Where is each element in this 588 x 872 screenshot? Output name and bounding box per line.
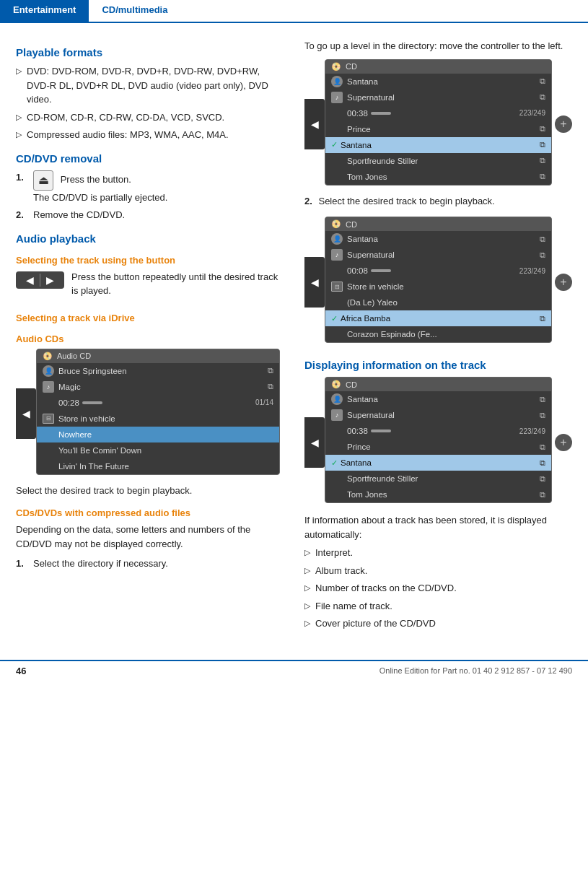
row-text: Nowhere — [43, 430, 273, 439]
copy-icon: ⧉ — [540, 156, 545, 165]
screen-rows: 👤 Bruce Springsteen ⧉ ♪ Magic ⧉ 00:28 — [37, 363, 279, 474]
person-icon: 👤 — [331, 393, 343, 405]
list-item: ▷ Cover picture of the CD/DVD — [304, 616, 572, 631]
music-icon: ♪ — [331, 409, 343, 421]
screen-row: Sportfreunde Stiller ⧉ — [325, 471, 551, 487]
list-item: ▷ File name of track. — [304, 599, 572, 614]
row-text: Corazon Espinado (Fe... — [331, 330, 545, 339]
store-icon: ⊟ — [331, 282, 343, 292]
screen-row: ♪ Supernatural ⧉ — [325, 90, 551, 105]
tab-cd-multimedia[interactable]: CD/multimedia — [89, 0, 180, 22]
nav-left-arrow[interactable]: ◀ — [304, 99, 325, 149]
eject-button-icon: ⏏ — [33, 170, 53, 191]
directory-steps: 1. Select the directory if necessary. — [16, 557, 283, 571]
list-item: 2. Remove the CD/DVD. — [16, 208, 283, 222]
track-count: 223/249 — [519, 267, 545, 275]
screen-title: Audio CD — [57, 352, 91, 360]
step-num: 2. — [304, 196, 312, 206]
track-button-section: ◀ ▶ Press the button repeatedly until th… — [16, 270, 283, 302]
main-content: Playable formats ▷ DVD: DVD-ROM, DVD-R, … — [0, 23, 588, 645]
screen4: 📀 CD 👤 Santana ⧉ ♪ Supernatural ⧉ — [325, 377, 552, 507]
list-item: 1. ⏏ Press the button. The CD/DVD is par… — [16, 170, 283, 205]
screen-row: ♪ Magic ⧉ — [37, 379, 279, 395]
info-bullets-list: ▷ Interpret. ▷ Album track. ▷ Number of … — [304, 546, 572, 631]
screen3: 📀 CD 👤 Santana ⧉ ♪ Supernatural ⧉ — [325, 217, 552, 347]
copy-icon: ⧉ — [540, 395, 545, 404]
screen-row: 👤 Santana ⧉ — [325, 74, 551, 90]
row-text: Prince — [331, 442, 535, 451]
copy-icon: ⧉ — [540, 250, 545, 260]
screen-title: CD — [346, 220, 357, 229]
bullet-text: File name of track. — [315, 599, 392, 614]
if-info-text: If information about a track has been st… — [304, 513, 572, 541]
screen-row: Prince ⧉ — [325, 439, 551, 455]
plus-button[interactable]: + — [555, 434, 572, 451]
list-item: ▷ Compressed audio files: MP3, WMA, AAC,… — [16, 128, 283, 142]
bullet-text: Interpret. — [315, 546, 353, 560]
screen3-container: ◀ 📀 CD 👤 Santana ⧉ ♪ — [304, 217, 572, 347]
screen4-container: ◀ 📀 CD 👤 Santana ⧉ ♪ — [304, 377, 572, 507]
screen-row-highlighted: ✓ Santana ⧉ — [325, 455, 551, 471]
list-item: ▷ Interpret. — [304, 546, 572, 560]
audio-cds-title: Audio CDs — [16, 333, 283, 344]
nav-left-arrow[interactable]: ◀ — [304, 417, 325, 468]
right-column: To go up a level in the directory: move … — [304, 36, 572, 638]
copy-icon: ⧉ — [268, 382, 273, 391]
prev-arrow-icon: ◀ — [22, 274, 38, 286]
screen-display: 📀 Audio CD 👤 Bruce Springsteen ⧉ ♪ Magic — [36, 349, 280, 475]
screen-row-time: 00:08 223/249 — [325, 263, 551, 279]
screen-rows: 👤 Santana ⧉ ♪ Supernatural ⧉ 00:38 — [325, 74, 551, 185]
row-text: (Da Le) Yaleo — [331, 298, 545, 307]
bullet-icon: ▷ — [16, 111, 22, 123]
prev-next-button[interactable]: ◀ ▶ — [16, 271, 64, 289]
displaying-info-title: Displaying information on the track — [304, 359, 572, 371]
row-text: Tom Jones — [331, 490, 535, 499]
list-item: ▷ Number of tracks on the CD/DVD. — [304, 581, 572, 596]
screen-title: CD — [346, 62, 357, 71]
removal-steps: 1. ⏏ Press the button. The CD/DVD is par… — [16, 170, 283, 222]
row-text: Store in vehicle — [347, 282, 545, 291]
step1-post-text: The CD/DVD is partially ejected. — [33, 192, 167, 203]
screen-row-highlighted: Nowhere — [37, 427, 279, 442]
copy-icon: ⧉ — [540, 92, 545, 102]
screen-row: (Da Le) Yaleo — [325, 295, 551, 310]
page-header: Entertainment CD/multimedia — [0, 0, 588, 23]
tab-entertainment[interactable]: Entertainment — [0, 0, 89, 22]
track-count: 223/249 — [519, 427, 545, 435]
screen-row: 👤 Santana ⧉ — [325, 391, 551, 407]
row-text: Santana — [341, 141, 535, 149]
screen2: 📀 CD 👤 Santana ⧉ ♪ Supernatural ⧉ — [325, 59, 552, 190]
screen-rows: 👤 Santana ⧉ ♪ Supernatural ⧉ 00:08 — [325, 231, 551, 342]
bullet-text: CD-ROM, CD-R, CD-RW, CD-DA, VCD, SVCD. — [27, 110, 224, 125]
copy-icon: ⧉ — [540, 314, 545, 323]
music-icon: ♪ — [43, 381, 54, 393]
page-number: 46 — [16, 666, 26, 676]
list-item: ▷ Album track. — [304, 564, 572, 578]
list-item: ▷ DVD: DVD-ROM, DVD-R, DVD+R, DVD-RW, DV… — [16, 64, 283, 107]
bullet-text: Number of tracks on the CD/DVD. — [315, 581, 457, 596]
copy-icon: ⧉ — [540, 490, 545, 500]
row-text: Store in vehicle — [58, 414, 273, 423]
screen-row: Tom Jones ⧉ — [325, 169, 551, 185]
select-track-text: Select the desired track to begin playba… — [16, 484, 283, 498]
plus-button[interactable]: + — [555, 274, 572, 291]
copy-icon: ⧉ — [540, 124, 545, 134]
bullet-icon: ▷ — [304, 582, 310, 594]
progress-bar — [371, 269, 391, 272]
copy-icon: ⧉ — [540, 442, 545, 452]
screen-row-highlighted: ✓ Africa Bamba ⧉ — [325, 310, 551, 326]
audio-playback-title: Audio playback — [16, 232, 283, 245]
plus-button[interactable]: + — [555, 115, 572, 133]
cd-icon: 📀 — [331, 62, 341, 71]
nav-left-arrow[interactable]: ◀ — [16, 388, 36, 439]
bullet-text: Compressed audio files: MP3, WMA, AAC, M… — [27, 128, 229, 142]
audio-cd-screen: 📀 Audio CD 👤 Bruce Springsteen ⧉ ♪ Magic — [36, 349, 280, 479]
row-text: Supernatural — [347, 250, 535, 259]
next-arrow-icon: ▶ — [42, 274, 58, 286]
screen-display: 📀 CD 👤 Santana ⧉ ♪ Supernatural ⧉ — [325, 377, 552, 503]
bullet-icon: ▷ — [16, 128, 22, 141]
row-text: Tom Jones — [331, 173, 535, 181]
screen-display: 📀 CD 👤 Santana ⧉ ♪ Supernatural ⧉ — [325, 59, 552, 186]
nav-left-arrow[interactable]: ◀ — [304, 257, 325, 308]
track-count: 01/14 — [255, 398, 273, 406]
